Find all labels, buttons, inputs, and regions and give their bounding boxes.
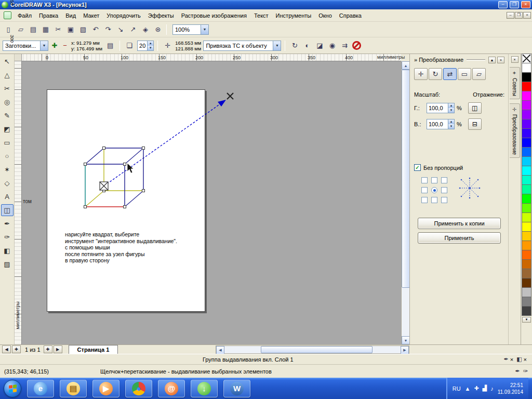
eyedropper-tool[interactable]: ✒ [1, 218, 14, 230]
chrome-icon[interactable]: ● [125, 380, 152, 397]
color-swatch[interactable] [522, 63, 531, 73]
import-icon[interactable]: ↘ [115, 24, 126, 35]
transform-skew-icon[interactable]: ▱ [472, 68, 486, 80]
open-icon[interactable]: ▱ [15, 24, 26, 35]
color-swatch[interactable] [522, 287, 531, 297]
instruction-text[interactable]: нарисуйте квадрат, выберитеинструмент "и… [65, 231, 177, 264]
spin-down-icon[interactable]: ▼ [448, 108, 454, 113]
spin-up-icon[interactable]: ▲ [448, 119, 454, 124]
document-page[interactable]: нарисуйте квадрат, выберитеинструмент "и… [47, 89, 205, 312]
polygon-tool[interactable]: ✶ [1, 164, 14, 176]
chevron-down-icon[interactable]: ▼ [40, 41, 48, 50]
mediaget-icon[interactable]: ↓ [191, 380, 218, 397]
color-swatch[interactable] [522, 72, 531, 82]
menu-item[interactable]: Окно [315, 11, 336, 20]
spin-down-icon[interactable]: ▼ [148, 46, 153, 50]
spin-up-icon[interactable]: ▲ [448, 103, 454, 108]
clear-extrude-icon[interactable] [352, 41, 361, 50]
color-swatch[interactable] [522, 147, 531, 157]
mail-icon[interactable]: @ [158, 380, 185, 397]
start-button[interactable] [4, 380, 21, 397]
color-swatch[interactable] [522, 184, 531, 194]
hidden-icons-button[interactable]: ▲ [465, 385, 471, 392]
extrude-rotation-icon[interactable]: ↻ [289, 40, 300, 51]
crop-tool[interactable]: ✂ [1, 83, 14, 95]
anchor-cell[interactable] [421, 187, 428, 193]
color-swatch[interactable] [522, 100, 531, 110]
spin-up-icon[interactable]: ▲ [148, 41, 153, 46]
color-swatch[interactable] [522, 156, 531, 166]
network-icon[interactable]: ▟ [483, 385, 487, 392]
menu-item[interactable]: Правка [35, 11, 62, 20]
color-swatch[interactable] [522, 110, 531, 119]
extrude-lighting-icon[interactable]: ◉ [326, 40, 338, 51]
horizontal-ruler[interactable]: 050100150200250300350400 миллиметры [22, 54, 401, 61]
ie-icon[interactable]: e [27, 380, 54, 397]
scroll-up-icon[interactable]: ▲ [402, 61, 410, 70]
docker-tab-tips[interactable]: ✦ Советы [510, 67, 520, 99]
update-icon[interactable]: ✚ [474, 385, 479, 392]
vertical-scale-spinner[interactable]: 100,0 ▲▼ [427, 119, 455, 129]
color-swatch[interactable] [522, 138, 531, 148]
object-position-fields[interactable]: x: 91.279 мм у: 176.499 мм [71, 40, 102, 51]
paste-icon[interactable]: ▧ [77, 24, 89, 35]
menu-item[interactable]: Эффекты [144, 11, 178, 20]
scroll-down-icon[interactable]: ▼ [402, 336, 410, 344]
copy-extrude-properties-icon[interactable]: ⇉ [339, 40, 350, 51]
doc-restore-button[interactable]: ❐ [515, 12, 523, 19]
anchor-cell[interactable] [421, 197, 428, 203]
remove-preset-button[interactable]: − [61, 40, 69, 51]
menu-item[interactable]: Вид [62, 11, 79, 20]
export-icon[interactable]: ↗ [127, 24, 139, 35]
menu-item[interactable]: Текст [250, 11, 272, 20]
doc-close-button[interactable]: × [523, 12, 531, 19]
first-page-button[interactable]: ◀ [2, 345, 11, 353]
media-player-icon[interactable]: ▶ [92, 380, 119, 397]
docker-chevron-icon[interactable]: » [414, 57, 417, 63]
transform-scale-mirror-icon[interactable]: ⇄ [443, 68, 457, 80]
horizontal-scroll-thumb[interactable] [261, 346, 373, 353]
color-swatch[interactable] [522, 175, 531, 185]
color-swatch[interactable] [522, 259, 531, 269]
color-swatch[interactable] [522, 297, 531, 307]
transform-position-icon[interactable]: ✛ [414, 68, 428, 80]
vertical-scroll-thumb[interactable] [402, 70, 410, 288]
extrude-color-icon[interactable]: ◐ [301, 40, 313, 51]
color-swatch[interactable] [522, 212, 531, 222]
text-tool[interactable]: А [1, 191, 14, 203]
corel-online-icon[interactable]: ⊛ [152, 24, 164, 35]
color-swatch[interactable] [522, 119, 531, 129]
undo-icon[interactable]: ↶ [90, 24, 101, 35]
extrude-depth-spinner[interactable]: 20 ▲▼ [137, 41, 154, 51]
interactive-extrude-tool[interactable]: ◫ [1, 204, 14, 216]
add-preset-button[interactable]: ✚ [50, 40, 59, 51]
horizontal-scale-spinner[interactable]: 100,0 ▲▼ [427, 103, 455, 113]
apply-button[interactable]: Применить [418, 232, 501, 244]
folder-icon[interactable]: ▤ [60, 380, 87, 397]
outline-tool[interactable]: ✑ [1, 231, 14, 243]
menu-item[interactable]: Макет [79, 11, 103, 20]
fill-tool[interactable]: ◧ [1, 245, 14, 257]
scroll-right-icon[interactable]: ▶ [401, 346, 409, 354]
color-swatch[interactable] [522, 278, 531, 288]
color-swatch[interactable] [522, 82, 531, 91]
docker-tab-transform[interactable]: ✛ Преобразование [510, 103, 520, 158]
new-document-icon[interactable]: ▯ [3, 24, 14, 35]
chevron-down-icon[interactable]: ▼ [273, 41, 281, 50]
color-swatch[interactable] [522, 91, 531, 101]
vertical-ruler[interactable]: 30025020015010050 миллиметры [15, 61, 22, 344]
smart-fill-tool[interactable]: ◩ [1, 123, 14, 135]
anchor-cell[interactable] [431, 197, 437, 203]
add-page-after-button[interactable]: ✚ [44, 345, 52, 353]
anchor-cell[interactable] [421, 177, 428, 183]
basic-shapes-tool[interactable]: ◇ [1, 177, 14, 189]
interactive-fill-tool[interactable]: ▨ [1, 258, 14, 270]
vanishing-point-fields[interactable]: 168.553 мм 121.888 мм [175, 40, 201, 51]
menu-item[interactable]: Файл [14, 11, 35, 20]
drawing-canvas[interactable]: нарисуйте квадрат, выберитеинструмент "и… [22, 61, 401, 344]
color-swatch[interactable] [522, 203, 531, 213]
chevron-down-icon[interactable]: ▼ [201, 25, 208, 34]
vertical-scrollbar[interactable]: ▲ ▼ [401, 61, 409, 344]
ellipse-tool[interactable]: ○ [1, 150, 14, 162]
add-page-before-button[interactable]: ✚ [12, 345, 21, 353]
